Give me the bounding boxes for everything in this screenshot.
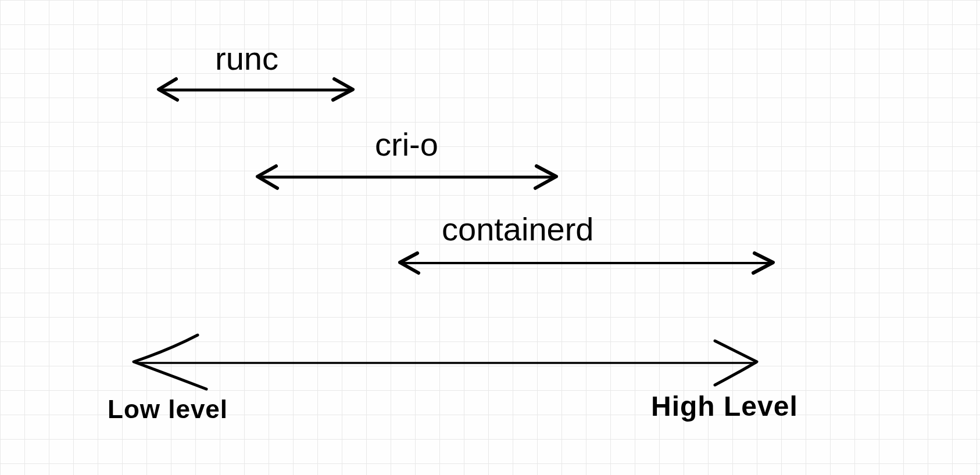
crio-arrow [253, 168, 561, 194]
containerd-label: containerd [442, 210, 594, 248]
runc-arrow [154, 81, 357, 107]
axis-low-label: Low level [108, 395, 228, 424]
axis-arrow [128, 346, 767, 394]
runc-label: runc [215, 39, 278, 77]
axis-high-label: High Level [651, 390, 798, 422]
containerd-arrow [395, 254, 779, 280]
crio-label: cri-o [375, 125, 438, 163]
